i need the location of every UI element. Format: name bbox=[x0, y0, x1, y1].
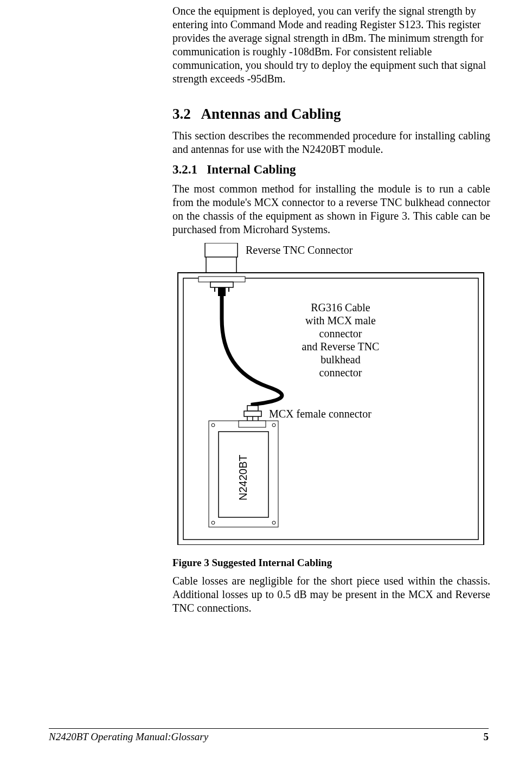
figure-label-cable-l3: connector bbox=[319, 328, 362, 339]
figure-label-cable-l2: with MCX male bbox=[305, 315, 376, 326]
svg-rect-10 bbox=[247, 406, 258, 411]
figure-label-cable-l5: bulkhead bbox=[321, 354, 360, 365]
section-heading: 3.2 Antennas and Cabling bbox=[172, 106, 490, 123]
figure-label-cable-l1: RG316 Cable bbox=[311, 301, 370, 313]
footer-page-number: 5 bbox=[484, 731, 489, 743]
svg-rect-0 bbox=[205, 243, 238, 257]
section-title: Antennas and Cabling bbox=[201, 106, 341, 122]
subsection-number: 3.2.1 bbox=[172, 163, 197, 176]
figure-label-cable-l6: connector bbox=[319, 367, 362, 378]
figure-module-label: N2420BT bbox=[237, 455, 249, 501]
subsection-heading: 3.2.1 Internal Cabling bbox=[172, 163, 490, 177]
svg-rect-6 bbox=[210, 282, 233, 287]
svg-rect-20 bbox=[239, 421, 266, 427]
figure-label-mcx: MCX female connector bbox=[269, 408, 371, 420]
intro-paragraph: Once the equipment is deployed, you can … bbox=[172, 4, 490, 86]
subsection-paragraph: The most common method for installing th… bbox=[172, 182, 490, 236]
page-footer: N2420BT Operating Manual:Glossary 5 bbox=[49, 728, 489, 743]
footer-rule bbox=[49, 728, 489, 729]
section-number: 3.2 bbox=[172, 106, 191, 122]
figure-label-tnc: Reverse TNC Connector bbox=[246, 244, 353, 256]
section-paragraph: This section describes the recommended p… bbox=[172, 129, 490, 156]
figure-caption: Figure 3 Suggested Internal Cabling bbox=[172, 557, 490, 569]
closing-paragraph: Cable losses are negligible for the shor… bbox=[172, 574, 490, 615]
svg-rect-11 bbox=[244, 411, 261, 416]
figure: Reverse TNC Connector bbox=[172, 243, 490, 545]
footer-title: N2420BT Operating Manual:Glossary bbox=[49, 731, 208, 743]
figure-label-cable-l4: and Reverse TNC bbox=[302, 341, 380, 352]
svg-rect-5 bbox=[198, 277, 245, 282]
subsection-title: Internal Cabling bbox=[207, 163, 296, 176]
